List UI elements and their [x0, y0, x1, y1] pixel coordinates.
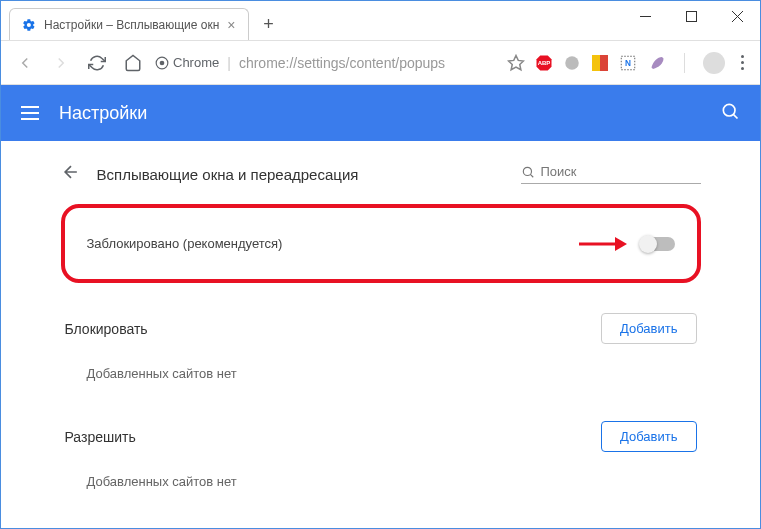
url-scheme-label: Chrome	[173, 55, 219, 70]
svg-rect-9	[600, 55, 608, 71]
extension-feather-icon[interactable]	[647, 54, 665, 72]
svg-text:ABP: ABP	[538, 60, 551, 66]
hamburger-menu-icon[interactable]	[21, 106, 39, 120]
allow-empty-text: Добавленных сайтов нет	[65, 474, 697, 489]
allow-section-title: Разрешить	[65, 429, 136, 445]
back-arrow-icon[interactable]	[61, 162, 81, 186]
page-title: Всплывающие окна и переадресация	[97, 166, 359, 183]
settings-gear-icon	[22, 18, 36, 32]
extension-abp-icon[interactable]: ABP	[535, 54, 553, 72]
content: Всплывающие окна и переадресация Поиск З…	[31, 142, 731, 528]
maximize-button[interactable]	[668, 1, 714, 31]
bookmark-star-icon[interactable]	[507, 54, 525, 72]
new-tab-button[interactable]: +	[255, 10, 283, 38]
block-section: Блокировать Добавить Добавленных сайтов …	[61, 303, 701, 411]
browser-tab[interactable]: Настройки – Всплывающие окн ×	[9, 8, 249, 40]
svg-point-13	[723, 104, 735, 116]
svg-rect-12	[684, 53, 685, 73]
toggle-label: Заблокировано (рекомендуется)	[87, 236, 283, 251]
svg-text:N: N	[625, 59, 631, 68]
svg-marker-4	[509, 55, 524, 69]
home-button[interactable]	[119, 49, 147, 77]
content-scroll[interactable]: Всплывающие окна и переадресация Поиск З…	[1, 142, 760, 528]
svg-marker-18	[615, 237, 627, 251]
url-text: chrome://settings/content/popups	[239, 55, 445, 71]
annotation-arrow-icon	[577, 234, 627, 254]
reload-button[interactable]	[83, 49, 111, 77]
settings-search-input[interactable]: Поиск	[521, 164, 701, 184]
svg-rect-0	[640, 16, 651, 17]
address-bar[interactable]: Chrome | chrome://settings/content/popup…	[155, 55, 499, 71]
close-window-button[interactable]	[714, 1, 760, 31]
block-add-button[interactable]: Добавить	[601, 313, 696, 344]
svg-rect-8	[592, 55, 600, 71]
subheader: Всплывающие окна и переадресация Поиск	[61, 162, 701, 186]
toolbar-divider	[675, 54, 693, 72]
menu-button[interactable]	[735, 55, 750, 70]
site-info-icon[interactable]: Chrome	[155, 55, 219, 70]
toggle-knob	[639, 235, 657, 253]
svg-line-16	[530, 174, 533, 177]
minimize-button[interactable]	[622, 1, 668, 31]
profile-avatar[interactable]	[703, 52, 725, 74]
back-button[interactable]	[11, 49, 39, 77]
window-controls	[622, 1, 760, 31]
svg-point-7	[565, 56, 579, 70]
extension-n-icon[interactable]: N	[619, 54, 637, 72]
svg-point-3	[160, 60, 165, 65]
search-icon	[521, 165, 535, 179]
toolbar-actions: ABP N	[507, 52, 750, 74]
forward-button	[47, 49, 75, 77]
blocked-toggle[interactable]	[641, 237, 675, 251]
extension-grey-icon[interactable]	[563, 54, 581, 72]
titlebar: Настройки – Всплывающие окн × +	[1, 1, 760, 41]
settings-header: Настройки	[1, 85, 760, 141]
allow-add-button[interactable]: Добавить	[601, 421, 696, 452]
search-placeholder: Поиск	[541, 164, 577, 179]
header-search-icon[interactable]	[720, 101, 740, 125]
svg-rect-1	[686, 11, 696, 21]
svg-point-15	[523, 167, 531, 175]
browser-toolbar: Chrome | chrome://settings/content/popup…	[1, 41, 760, 85]
blocked-toggle-row: Заблокировано (рекомендуется)	[61, 204, 701, 283]
tab-title: Настройки – Всплывающие окн	[44, 18, 219, 32]
block-empty-text: Добавленных сайтов нет	[65, 366, 697, 381]
svg-line-14	[733, 114, 737, 118]
block-section-title: Блокировать	[65, 321, 148, 337]
allow-section: Разрешить Добавить Добавленных сайтов не…	[61, 411, 701, 519]
header-title: Настройки	[59, 103, 147, 124]
extension-flag-icon[interactable]	[591, 54, 609, 72]
tab-close-icon[interactable]: ×	[227, 17, 235, 33]
